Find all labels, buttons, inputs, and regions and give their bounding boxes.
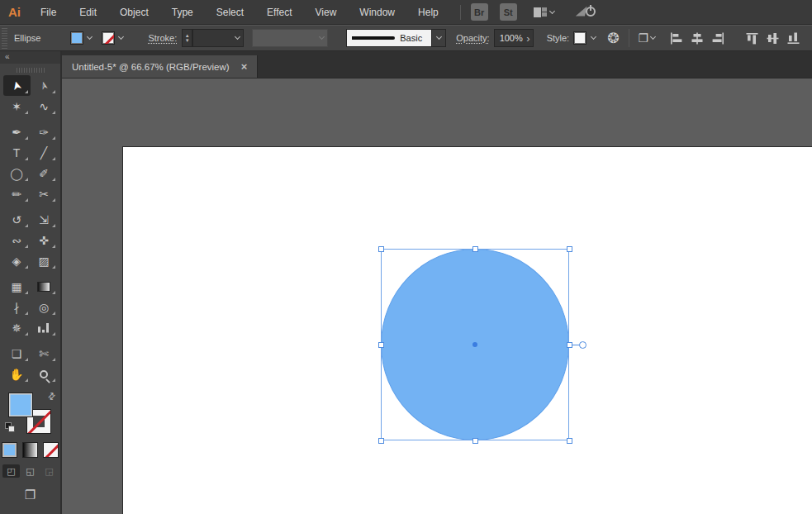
rotate-tool[interactable]: ↺ bbox=[3, 209, 31, 230]
hand-tool[interactable]: ✋ bbox=[3, 364, 31, 384]
workspace-switcher-icon[interactable] bbox=[534, 7, 547, 17]
draw-normal-mode[interactable]: ◰ bbox=[2, 464, 20, 478]
gpu-performance-icon[interactable] bbox=[576, 4, 597, 21]
opacity-arrow-icon[interactable]: › bbox=[526, 32, 529, 45]
collapse-panel-button[interactable]: « bbox=[0, 51, 60, 64]
tabs: Untitled-5* @ 66.67% (RGB/Preview) × bbox=[62, 55, 258, 78]
gradient-button[interactable] bbox=[22, 442, 38, 458]
handle-bottom-right[interactable] bbox=[567, 438, 572, 444]
handle-middle-left[interactable] bbox=[378, 342, 384, 348]
mesh-tool[interactable]: ▦ bbox=[3, 276, 31, 297]
artboard-tool[interactable]: ❏ bbox=[3, 343, 31, 364]
scissors-tool[interactable]: ✂ bbox=[31, 183, 58, 204]
type-tool[interactable]: T bbox=[3, 142, 31, 163]
horizontal-align-right-icon[interactable] bbox=[711, 32, 724, 45]
menu-item[interactable]: View bbox=[304, 0, 349, 25]
menu-item[interactable]: Type bbox=[160, 0, 205, 25]
menu-item[interactable]: Edit bbox=[68, 0, 108, 25]
line-segment-tool[interactable]: ╱ bbox=[31, 142, 58, 163]
control-bar: Ellipse Stroke: ▲▼ Basic Opacity: 100% ›… bbox=[0, 25, 812, 51]
bridge-button[interactable]: Br bbox=[471, 3, 488, 21]
default-fill-stroke-icon[interactable] bbox=[5, 422, 15, 432]
vertical-align-bottom-icon[interactable] bbox=[787, 32, 800, 45]
slice-tool[interactable]: ✄ bbox=[31, 343, 58, 364]
column-graph-tool[interactable] bbox=[31, 317, 58, 338]
style-chevron-down-icon[interactable] bbox=[586, 29, 601, 47]
menu-item[interactable]: Effect bbox=[255, 0, 303, 25]
fill-color-swatch[interactable] bbox=[70, 31, 83, 45]
draw-inside-mode[interactable]: ◲ bbox=[40, 464, 58, 478]
stroke-color-swatch[interactable] bbox=[102, 31, 115, 45]
horizontal-align-center-icon[interactable] bbox=[691, 32, 704, 45]
menu-items: FileEditObjectTypeSelectEffectViewWindow… bbox=[29, 0, 450, 25]
handle-middle-right[interactable] bbox=[567, 342, 572, 348]
handle-top-left[interactable] bbox=[378, 246, 384, 252]
paintbrush-tool[interactable]: ✐ bbox=[31, 163, 58, 183]
fill-chevron-down-icon[interactable] bbox=[83, 31, 95, 45]
draw-behind-mode[interactable]: ◱ bbox=[21, 464, 39, 478]
isolation-mode-icon[interactable]: ❐ bbox=[638, 31, 648, 45]
perspective-grid-tool[interactable]: ▨ bbox=[31, 250, 58, 271]
fill-stroke-proxy: ⇄ bbox=[0, 391, 60, 439]
document-tab[interactable]: Untitled-5* @ 66.67% (RGB/Preview) × bbox=[62, 55, 258, 78]
none-button[interactable] bbox=[43, 442, 59, 458]
stroke-weight-label[interactable]: Stroke: bbox=[148, 33, 177, 43]
pen-tool[interactable]: ✒ bbox=[3, 121, 31, 142]
pencil-tool[interactable]: ✏ bbox=[3, 183, 31, 204]
puppet-warp-tool[interactable]: ✜ bbox=[31, 230, 58, 250]
menu-item[interactable]: Help bbox=[406, 0, 450, 25]
canvas-pasteboard[interactable] bbox=[62, 78, 812, 514]
pie-angle-widget[interactable] bbox=[579, 341, 586, 349]
shape-center-point[interactable] bbox=[472, 342, 477, 347]
menu-item[interactable]: Select bbox=[205, 0, 255, 25]
brush-stroke-preview bbox=[352, 36, 395, 40]
brush-chevron-down-icon[interactable] bbox=[432, 29, 446, 47]
isolation-chevron-down-icon[interactable] bbox=[650, 34, 656, 40]
recolor-artwork-icon[interactable]: ❂ bbox=[607, 30, 619, 47]
blend-tool[interactable]: ◎ bbox=[31, 297, 58, 317]
curvature-tool[interactable]: ✑ bbox=[31, 121, 58, 142]
tools-panel-grip[interactable] bbox=[17, 68, 45, 73]
swap-fill-stroke-icon[interactable]: ⇄ bbox=[45, 390, 59, 403]
menu-item[interactable]: Object bbox=[108, 0, 160, 25]
vertical-align-top-icon[interactable] bbox=[746, 32, 759, 45]
workspace-chevron-down-icon[interactable] bbox=[549, 7, 555, 13]
stroke-weight-dropdown[interactable] bbox=[192, 29, 244, 47]
selection-tool[interactable]: ➤ bbox=[3, 75, 31, 96]
document-tab-title: Untitled-5* @ 66.67% (RGB/Preview) bbox=[72, 62, 230, 72]
handle-bottom-left[interactable] bbox=[378, 438, 384, 444]
stock-button[interactable]: St bbox=[500, 3, 517, 21]
lasso-tool[interactable]: ∿ bbox=[31, 96, 58, 117]
handle-top-center[interactable] bbox=[472, 246, 478, 252]
shape-builder-tool[interactable]: ◈ bbox=[3, 250, 31, 271]
drawing-mode-buttons: ◰◱◲ bbox=[0, 464, 60, 478]
magic-wand-tool[interactable]: ✶ bbox=[3, 96, 31, 117]
change-screen-mode-button[interactable]: ❐ bbox=[21, 488, 40, 502]
horizontal-align-left-icon[interactable] bbox=[670, 32, 683, 45]
symbol-sprayer-tool[interactable]: ✵ bbox=[3, 317, 31, 338]
handle-bottom-center[interactable] bbox=[472, 438, 478, 444]
tab-close-icon[interactable]: × bbox=[241, 61, 248, 72]
gradient-tool[interactable] bbox=[31, 276, 58, 297]
handle-top-right[interactable] bbox=[567, 246, 572, 252]
opacity-label[interactable]: Opacity: bbox=[456, 33, 489, 43]
control-bar-grip[interactable] bbox=[2, 27, 7, 49]
color-button[interactable] bbox=[2, 442, 17, 458]
ellipse-tool[interactable]: ◯ bbox=[3, 163, 31, 183]
stroke-weight-stepper[interactable]: ▲▼ bbox=[182, 29, 192, 47]
brush-definition-field[interactable]: Basic bbox=[346, 29, 432, 47]
scale-tool[interactable]: ⇲ bbox=[31, 209, 58, 230]
style-label: Style: bbox=[547, 33, 570, 43]
opacity-field[interactable]: 100% › bbox=[494, 29, 534, 47]
menu-item[interactable]: File bbox=[29, 0, 68, 25]
direct-selection-tool[interactable]: ➢ bbox=[31, 75, 58, 96]
style-swatch[interactable] bbox=[573, 31, 586, 45]
vertical-align-center-icon[interactable] bbox=[767, 32, 780, 45]
eyedropper-tool[interactable]: ∤ bbox=[3, 297, 31, 317]
menu-item[interactable]: Window bbox=[348, 0, 406, 25]
fill-proxy-swatch[interactable] bbox=[8, 393, 33, 417]
opacity-value: 100% bbox=[500, 33, 523, 43]
width-tool[interactable]: ∾ bbox=[3, 230, 31, 250]
zoom-tool[interactable] bbox=[31, 364, 58, 384]
stroke-chevron-down-icon[interactable] bbox=[115, 31, 126, 45]
